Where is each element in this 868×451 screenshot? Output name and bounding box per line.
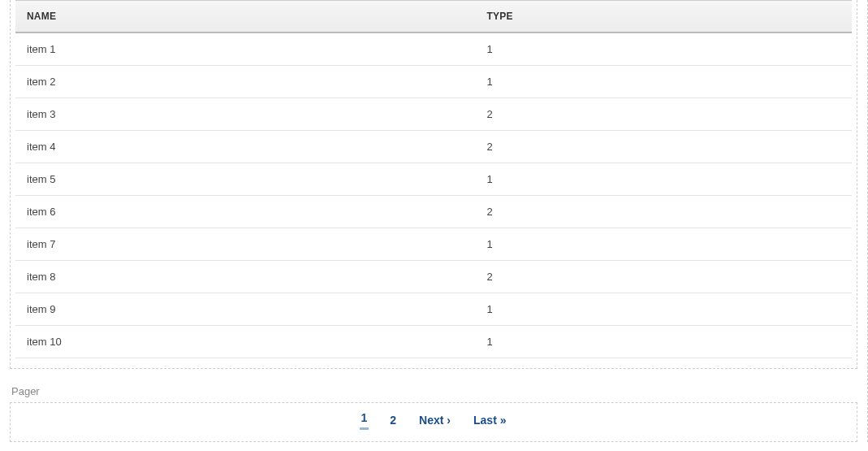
cell-type: 1 xyxy=(476,228,853,261)
cell-name: item 8 xyxy=(15,261,476,293)
cell-name: item 4 xyxy=(15,131,476,163)
cell-type: 1 xyxy=(476,293,853,326)
pager-next[interactable]: Next › xyxy=(417,412,452,428)
col-type-header[interactable]: TYPE xyxy=(476,1,853,33)
cell-name: item 9 xyxy=(15,293,476,326)
cell-name: item 3 xyxy=(15,98,476,131)
cell-type: 1 xyxy=(476,66,853,98)
cell-type: 2 xyxy=(476,196,853,228)
results-table: NAME TYPE item 1 1 item 2 1 item 3 2 xyxy=(15,0,852,358)
cell-name: item 6 xyxy=(15,196,476,228)
pager-page-1[interactable]: 1 xyxy=(360,410,369,430)
pager-region: 1 2 Next › Last » xyxy=(10,402,857,442)
table-header-row: NAME TYPE xyxy=(15,1,852,33)
table-row: item 10 1 xyxy=(15,326,852,358)
cell-type: 1 xyxy=(476,33,853,66)
cell-name: item 2 xyxy=(15,66,476,98)
table-row: item 7 1 xyxy=(15,228,852,261)
cell-type: 1 xyxy=(476,163,853,196)
cell-type: 2 xyxy=(476,261,853,293)
cell-name: item 5 xyxy=(15,163,476,196)
pager-page-2[interactable]: 2 xyxy=(388,412,398,428)
table-row: item 8 2 xyxy=(15,261,852,293)
col-name-header[interactable]: NAME xyxy=(15,1,476,33)
cell-type: 1 xyxy=(476,326,853,358)
results-table-region: NAME TYPE item 1 1 item 2 1 item 3 2 xyxy=(10,0,857,369)
table-row: item 4 2 xyxy=(15,131,852,163)
table-row: item 5 1 xyxy=(15,163,852,196)
pager-last[interactable]: Last » xyxy=(472,412,507,428)
cell-name: item 10 xyxy=(15,326,476,358)
cell-name: item 1 xyxy=(15,33,476,66)
cell-type: 2 xyxy=(476,98,853,131)
cell-type: 2 xyxy=(476,131,853,163)
table-row: item 2 1 xyxy=(15,66,852,98)
cell-name: item 7 xyxy=(15,228,476,261)
table-row: item 1 1 xyxy=(15,33,852,66)
table-row: item 3 2 xyxy=(15,98,852,131)
pager-label: Pager xyxy=(10,385,857,402)
table-row: item 6 2 xyxy=(15,196,852,228)
table-row: item 9 1 xyxy=(15,293,852,326)
pager: 1 2 Next › Last » xyxy=(11,410,857,430)
